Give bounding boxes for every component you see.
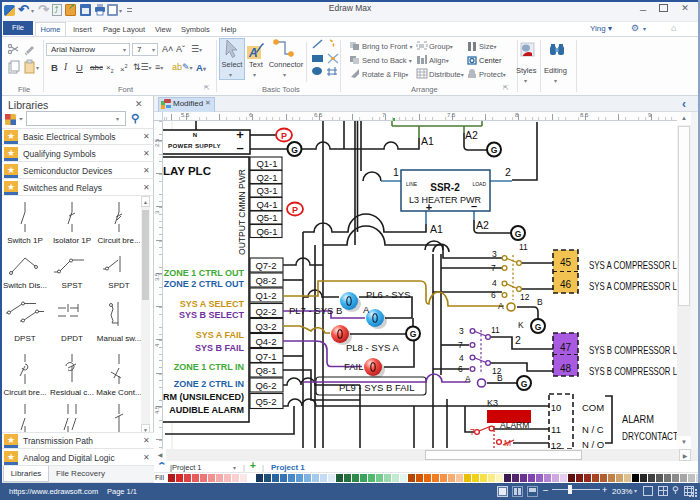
svg-text:2: 2: [515, 334, 521, 346]
svg-text:OUTPUT CMMN PWR: OUTPUT CMMN PWR: [237, 169, 247, 255]
svg-text:46: 46: [560, 279, 572, 290]
svg-text:A: A: [363, 304, 370, 315]
svg-text:47: 47: [560, 342, 572, 353]
svg-text:Switch Dis...: Switch Dis...: [3, 281, 47, 290]
svg-text:POWER SUPPLY: POWER SUPPLY: [168, 142, 221, 149]
svg-text:ALARM: ALARM: [622, 413, 654, 425]
svg-text:12: 12: [520, 292, 530, 302]
svg-text:1: 1: [393, 166, 399, 178]
svg-text:A: A: [248, 46, 258, 59]
svg-text:Q1-1: Q1-1: [256, 158, 277, 169]
svg-text:★: ★: [7, 435, 15, 445]
svg-text:SYS A SELECT: SYS A SELECT: [180, 299, 245, 309]
svg-text:P: P: [292, 205, 298, 215]
svg-text:SPDT: SPDT: [108, 281, 129, 290]
svg-text:SYS A FAIL: SYS A FAIL: [196, 330, 245, 340]
svg-text:★: ★: [7, 165, 15, 175]
svg-text:Q8-2: Q8-2: [255, 275, 276, 286]
svg-text:G: G: [515, 229, 522, 239]
svg-text:11: 11: [519, 242, 528, 252]
svg-text:G: G: [535, 322, 542, 332]
svg-text:Residual c...: Residual c...: [50, 388, 94, 397]
svg-text:10: 10: [551, 402, 562, 413]
svg-text:DPDT: DPDT: [61, 334, 83, 343]
svg-text:Q2-2: Q2-2: [255, 306, 276, 317]
svg-text:AUDIBLE ALARM: AUDIBLE ALARM: [169, 405, 244, 415]
svg-text:Q6-1: Q6-1: [256, 226, 277, 237]
svg-text:DRYCONTACT: DRYCONTACT: [622, 430, 677, 442]
svg-text:G: G: [521, 379, 528, 389]
svg-text:Q5-2: Q5-2: [255, 396, 276, 407]
svg-text:★: ★: [7, 131, 15, 141]
svg-text:★: ★: [7, 148, 15, 158]
svg-text:DPST: DPST: [14, 334, 35, 343]
svg-text:11: 11: [551, 424, 561, 435]
svg-text:Q6-2: Q6-2: [255, 380, 276, 391]
svg-text:SPST: SPST: [62, 281, 83, 290]
svg-text:SYS B FAIL: SYS B FAIL: [195, 343, 245, 353]
svg-text:45: 45: [560, 257, 572, 268]
svg-text:★: ★: [7, 182, 15, 192]
svg-text:G: G: [491, 145, 498, 155]
svg-text:3: 3: [459, 326, 464, 336]
svg-text:3: 3: [492, 249, 497, 259]
svg-text:LAY PLC: LAY PLC: [163, 165, 211, 177]
svg-text:A1: A1: [421, 135, 434, 147]
svg-text:B: B: [497, 373, 503, 383]
svg-text:Q3-1: Q3-1: [256, 185, 277, 196]
svg-text:11: 11: [491, 325, 500, 335]
svg-text:+: +: [426, 201, 432, 213]
svg-text:2: 2: [505, 166, 511, 178]
svg-text:PL6 - SYS: PL6 - SYS: [366, 289, 410, 300]
svg-text:PL8 - SYS A: PL8 - SYS A: [346, 342, 399, 353]
svg-text:SYS A COMPRESSOR L: SYS A COMPRESSOR L: [589, 259, 677, 271]
svg-text:7: 7: [491, 263, 496, 273]
svg-text:ALARM: ALARM: [500, 420, 529, 430]
svg-text:Q2-1: Q2-1: [256, 172, 277, 183]
svg-text:COM: COM: [582, 402, 604, 413]
svg-text:12: 12: [551, 440, 562, 449]
svg-text:N / C: N / C: [582, 424, 604, 435]
svg-text:N / O: N / O: [582, 439, 604, 449]
svg-text:ZONE 2 CTRL IN: ZONE 2 CTRL IN: [174, 379, 244, 389]
svg-text:Q4-2: Q4-2: [255, 336, 276, 347]
svg-text:SYS B SELECT: SYS B SELECT: [179, 310, 245, 320]
svg-text:Manual sw...: Manual sw...: [97, 334, 141, 343]
svg-text:SSR-2: SSR-2: [430, 182, 460, 193]
svg-text:ZONE 1 CTRL IN: ZONE 1 CTRL IN: [174, 362, 244, 372]
svg-text:LINE: LINE: [406, 181, 418, 187]
svg-text:PL7 - SYS B: PL7 - SYS B: [289, 305, 342, 316]
svg-text:4: 4: [492, 278, 497, 288]
svg-text:K: K: [518, 320, 524, 330]
svg-text:Q5-1: Q5-1: [256, 212, 277, 223]
svg-text:48: 48: [560, 363, 572, 374]
svg-text:–: –: [471, 200, 477, 212]
svg-text:6: 6: [458, 364, 463, 374]
svg-text:LOAD: LOAD: [472, 181, 486, 187]
svg-text:A: A: [498, 301, 504, 311]
svg-text:FAIL: FAIL: [344, 361, 364, 372]
svg-text:Isolator 1P: Isolator 1P: [53, 236, 91, 245]
svg-text:Circuit bre...: Circuit bre...: [97, 236, 140, 245]
svg-text:★: ★: [7, 452, 15, 462]
svg-text:M: M: [504, 438, 511, 448]
svg-text:A2: A2: [476, 219, 489, 231]
svg-text:PL9 - SYS B FAIL: PL9 - SYS B FAIL: [339, 382, 415, 393]
svg-text:N: N: [193, 132, 197, 138]
svg-text:Q4-1: Q4-1: [256, 199, 277, 210]
svg-text:G: G: [410, 329, 417, 339]
svg-text:Q3-2: Q3-2: [255, 321, 276, 332]
svg-text:ARM (UNSILENCED): ARM (UNSILENCED): [163, 392, 244, 402]
svg-text:4: 4: [459, 353, 464, 363]
svg-text:G: G: [291, 145, 298, 155]
svg-text:B: B: [537, 297, 543, 307]
svg-text:ZONE 1 CTRL OUT: ZONE 1 CTRL OUT: [164, 268, 245, 278]
svg-text:7: 7: [470, 427, 475, 437]
svg-text:Q7-1: Q7-1: [255, 351, 276, 362]
svg-text:ZONE 2 CTRL OUT: ZONE 2 CTRL OUT: [164, 279, 245, 289]
svg-text:Q7-2: Q7-2: [255, 260, 276, 271]
svg-text:Q8-1: Q8-1: [255, 365, 276, 376]
svg-text:A: A: [465, 374, 471, 384]
svg-text:A2: A2: [465, 129, 478, 141]
svg-text:SYS B COMPRESSOR L: SYS B COMPRESSOR L: [589, 344, 677, 356]
